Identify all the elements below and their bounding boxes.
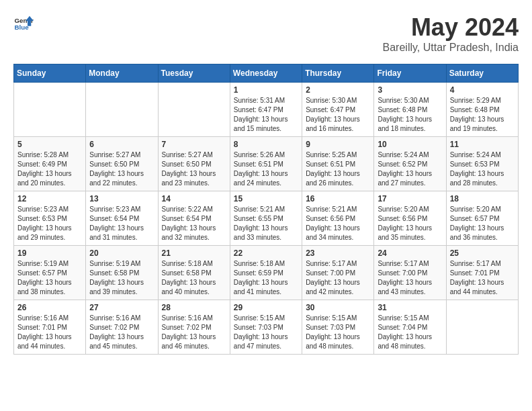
day-info: Sunrise: 5:16 AM Sunset: 7:02 PM Dayligh… bbox=[162, 314, 226, 351]
day-info: Sunrise: 5:20 AM Sunset: 6:57 PM Dayligh… bbox=[450, 205, 515, 242]
table-row: 27Sunrise: 5:16 AM Sunset: 7:02 PM Dayli… bbox=[86, 300, 158, 355]
table-row: 15Sunrise: 5:21 AM Sunset: 6:55 PM Dayli… bbox=[230, 191, 302, 246]
day-info: Sunrise: 5:17 AM Sunset: 7:00 PM Dayligh… bbox=[306, 259, 370, 297]
day-number: 25 bbox=[450, 248, 515, 258]
day-number: 20 bbox=[89, 248, 154, 258]
day-number: 26 bbox=[17, 303, 82, 312]
day-number: 14 bbox=[162, 194, 226, 203]
header-friday: Friday bbox=[374, 64, 446, 83]
table-row: 28Sunrise: 5:16 AM Sunset: 7:02 PM Dayli… bbox=[158, 300, 230, 355]
day-info: Sunrise: 5:15 AM Sunset: 7:03 PM Dayligh… bbox=[234, 314, 298, 351]
day-number: 28 bbox=[162, 303, 226, 312]
subtitle: Bareilly, Uttar Pradesh, India bbox=[383, 42, 519, 54]
header-saturday: Saturday bbox=[446, 64, 518, 83]
table-row: 29Sunrise: 5:15 AM Sunset: 7:03 PM Dayli… bbox=[230, 300, 302, 355]
day-number: 18 bbox=[450, 194, 515, 203]
day-number: 30 bbox=[306, 303, 370, 312]
calendar-week-row: 19Sunrise: 5:19 AM Sunset: 6:57 PM Dayli… bbox=[14, 246, 519, 300]
day-number: 21 bbox=[162, 248, 226, 258]
day-number: 3 bbox=[378, 85, 442, 95]
day-info: Sunrise: 5:18 AM Sunset: 6:58 PM Dayligh… bbox=[162, 259, 226, 297]
day-info: Sunrise: 5:25 AM Sunset: 6:51 PM Dayligh… bbox=[306, 150, 370, 188]
table-row: 21Sunrise: 5:18 AM Sunset: 6:58 PM Dayli… bbox=[158, 246, 230, 300]
table-row: 20Sunrise: 5:19 AM Sunset: 6:58 PM Dayli… bbox=[86, 246, 158, 300]
day-number: 2 bbox=[306, 85, 370, 95]
table-row: 19Sunrise: 5:19 AM Sunset: 6:57 PM Dayli… bbox=[14, 246, 86, 300]
day-info: Sunrise: 5:26 AM Sunset: 6:51 PM Dayligh… bbox=[234, 150, 298, 188]
day-number: 6 bbox=[89, 140, 154, 149]
day-number: 31 bbox=[378, 303, 442, 312]
header-sunday: Sunday bbox=[14, 64, 86, 83]
table-row: 30Sunrise: 5:15 AM Sunset: 7:03 PM Dayli… bbox=[302, 300, 374, 355]
day-info: Sunrise: 5:31 AM Sunset: 6:47 PM Dayligh… bbox=[234, 96, 298, 134]
main-title: May 2024 bbox=[383, 13, 519, 42]
day-number: 5 bbox=[17, 140, 82, 149]
table-row bbox=[446, 300, 518, 355]
day-info: Sunrise: 5:21 AM Sunset: 6:56 PM Dayligh… bbox=[306, 205, 370, 242]
table-row: 31Sunrise: 5:15 AM Sunset: 7:04 PM Dayli… bbox=[374, 300, 446, 355]
table-row: 10Sunrise: 5:24 AM Sunset: 6:52 PM Dayli… bbox=[374, 137, 446, 191]
day-number: 19 bbox=[17, 248, 82, 258]
calendar-header-row: Sunday Monday Tuesday Wednesday Thursday… bbox=[14, 64, 519, 83]
day-number: 13 bbox=[89, 194, 154, 203]
day-number: 8 bbox=[234, 140, 298, 149]
day-info: Sunrise: 5:20 AM Sunset: 6:56 PM Dayligh… bbox=[378, 205, 442, 242]
table-row: 6Sunrise: 5:27 AM Sunset: 6:50 PM Daylig… bbox=[86, 137, 158, 191]
table-row: 16Sunrise: 5:21 AM Sunset: 6:56 PM Dayli… bbox=[302, 191, 374, 246]
day-info: Sunrise: 5:15 AM Sunset: 7:03 PM Dayligh… bbox=[306, 314, 370, 351]
day-info: Sunrise: 5:21 AM Sunset: 6:55 PM Dayligh… bbox=[234, 205, 298, 242]
day-info: Sunrise: 5:23 AM Sunset: 6:54 PM Dayligh… bbox=[89, 205, 154, 242]
table-row: 12Sunrise: 5:23 AM Sunset: 6:53 PM Dayli… bbox=[14, 191, 86, 246]
table-row: 3Sunrise: 5:30 AM Sunset: 6:48 PM Daylig… bbox=[374, 83, 446, 137]
calendar-week-row: 12Sunrise: 5:23 AM Sunset: 6:53 PM Dayli… bbox=[14, 191, 519, 246]
table-row: 17Sunrise: 5:20 AM Sunset: 6:56 PM Dayli… bbox=[374, 191, 446, 246]
svg-text:Blue: Blue bbox=[15, 24, 30, 31]
header-wednesday: Wednesday bbox=[230, 64, 302, 83]
day-number: 1 bbox=[234, 85, 298, 95]
table-row: 14Sunrise: 5:22 AM Sunset: 6:54 PM Dayli… bbox=[158, 191, 230, 246]
day-number: 27 bbox=[89, 303, 154, 312]
logo-icon: General Blue bbox=[13, 13, 34, 34]
day-info: Sunrise: 5:17 AM Sunset: 7:00 PM Dayligh… bbox=[378, 259, 442, 297]
table-row: 11Sunrise: 5:24 AM Sunset: 6:53 PM Dayli… bbox=[446, 137, 518, 191]
day-number: 15 bbox=[234, 194, 298, 203]
day-info: Sunrise: 5:30 AM Sunset: 6:48 PM Dayligh… bbox=[378, 96, 442, 134]
table-row: 9Sunrise: 5:25 AM Sunset: 6:51 PM Daylig… bbox=[302, 137, 374, 191]
day-number: 22 bbox=[234, 248, 298, 258]
day-number: 4 bbox=[450, 85, 515, 95]
day-info: Sunrise: 5:24 AM Sunset: 6:52 PM Dayligh… bbox=[378, 150, 442, 188]
day-info: Sunrise: 5:22 AM Sunset: 6:54 PM Dayligh… bbox=[162, 205, 226, 242]
calendar-table: Sunday Monday Tuesday Wednesday Thursday… bbox=[13, 64, 519, 355]
header: General Blue May 2024 Bareilly, Uttar Pr… bbox=[13, 13, 519, 54]
day-info: Sunrise: 5:30 AM Sunset: 6:47 PM Dayligh… bbox=[306, 96, 370, 134]
day-info: Sunrise: 5:28 AM Sunset: 6:49 PM Dayligh… bbox=[17, 150, 82, 188]
header-thursday: Thursday bbox=[302, 64, 374, 83]
table-row: 24Sunrise: 5:17 AM Sunset: 7:00 PM Dayli… bbox=[374, 246, 446, 300]
table-row: 5Sunrise: 5:28 AM Sunset: 6:49 PM Daylig… bbox=[14, 137, 86, 191]
table-row: 18Sunrise: 5:20 AM Sunset: 6:57 PM Dayli… bbox=[446, 191, 518, 246]
day-number: 24 bbox=[378, 248, 442, 258]
table-row: 25Sunrise: 5:17 AM Sunset: 7:01 PM Dayli… bbox=[446, 246, 518, 300]
day-number: 10 bbox=[378, 140, 442, 149]
calendar-week-row: 5Sunrise: 5:28 AM Sunset: 6:49 PM Daylig… bbox=[14, 137, 519, 191]
day-info: Sunrise: 5:24 AM Sunset: 6:53 PM Dayligh… bbox=[450, 150, 515, 188]
day-info: Sunrise: 5:27 AM Sunset: 6:50 PM Dayligh… bbox=[162, 150, 226, 188]
day-number: 29 bbox=[234, 303, 298, 312]
table-row: 2Sunrise: 5:30 AM Sunset: 6:47 PM Daylig… bbox=[302, 83, 374, 137]
day-number: 23 bbox=[306, 248, 370, 258]
table-row: 4Sunrise: 5:29 AM Sunset: 6:48 PM Daylig… bbox=[446, 83, 518, 137]
day-info: Sunrise: 5:18 AM Sunset: 6:59 PM Dayligh… bbox=[234, 259, 298, 297]
header-monday: Monday bbox=[86, 64, 158, 83]
day-info: Sunrise: 5:27 AM Sunset: 6:50 PM Dayligh… bbox=[89, 150, 154, 188]
logo: General Blue bbox=[13, 13, 34, 34]
day-info: Sunrise: 5:17 AM Sunset: 7:01 PM Dayligh… bbox=[450, 259, 515, 297]
day-number: 17 bbox=[378, 194, 442, 203]
day-number: 16 bbox=[306, 194, 370, 203]
day-info: Sunrise: 5:29 AM Sunset: 6:48 PM Dayligh… bbox=[450, 96, 515, 134]
day-info: Sunrise: 5:16 AM Sunset: 7:02 PM Dayligh… bbox=[89, 314, 154, 351]
table-row bbox=[158, 83, 230, 137]
table-row: 23Sunrise: 5:17 AM Sunset: 7:00 PM Dayli… bbox=[302, 246, 374, 300]
day-info: Sunrise: 5:16 AM Sunset: 7:01 PM Dayligh… bbox=[17, 314, 82, 351]
day-info: Sunrise: 5:19 AM Sunset: 6:58 PM Dayligh… bbox=[89, 259, 154, 297]
table-row: 1Sunrise: 5:31 AM Sunset: 6:47 PM Daylig… bbox=[230, 83, 302, 137]
